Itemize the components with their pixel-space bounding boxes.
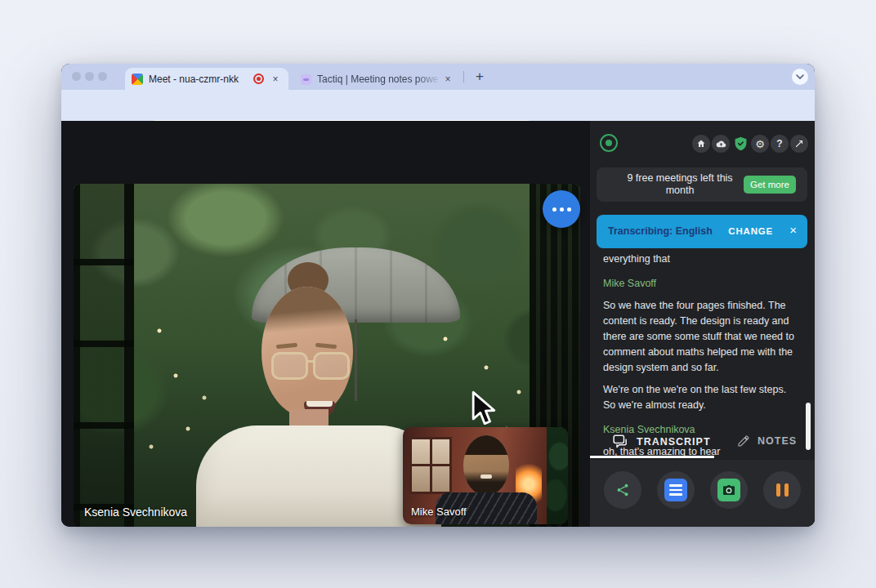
shield-check-icon — [734, 136, 748, 151]
sidebar-action-bar — [590, 460, 815, 527]
desktop: Meet - nua-czmr-nkk × Tactiq | Meeting n… — [0, 0, 876, 588]
close-tab-icon[interactable]: × — [269, 73, 282, 86]
pause-icon — [776, 483, 789, 497]
tab-meet[interactable]: Meet - nua-czmr-nkk × — [125, 68, 288, 90]
free-meetings-text: 9 free meetings left this month — [615, 172, 745, 197]
tab-strip: Meet - nua-czmr-nkk × Tactiq | Meeting n… — [61, 64, 815, 90]
transcribing-label: Transcribing: English — [608, 225, 713, 237]
glasses — [271, 352, 308, 380]
tab-divider — [463, 71, 464, 82]
browser-window: Meet - nua-czmr-nkk × Tactiq | Meeting n… — [61, 64, 815, 527]
gear-icon: ⚙ — [755, 139, 765, 149]
help-icon: ? — [776, 138, 782, 149]
tab-tactiq[interactable]: Tactiq | Meeting notes powe × — [296, 69, 459, 90]
transcript-line: everything that — [603, 252, 799, 267]
recording-indicator-icon — [253, 74, 264, 84]
traffic-light-minimize[interactable] — [85, 72, 94, 81]
get-more-button[interactable]: Get more — [744, 176, 796, 194]
pencil-icon — [737, 434, 750, 448]
tactiq-favicon-icon — [301, 74, 311, 85]
mouse-cursor — [470, 390, 498, 425]
help-button[interactable]: ? — [771, 135, 789, 153]
tab-search-chevron-button[interactable] — [792, 69, 808, 85]
traffic-light-close[interactable] — [72, 72, 81, 81]
new-tab-button[interactable]: + — [470, 67, 489, 87]
chat-bubbles-icon — [613, 434, 629, 448]
transcript-list[interactable]: everything that Mike Savoff So we have t… — [603, 252, 799, 460]
browser-toolbar: meet.google.com/nua-czmr-nkk ☆ — [61, 90, 815, 121]
tab-transcript-label: TRANSCRIPT — [637, 436, 711, 448]
share-button[interactable] — [604, 471, 641, 509]
tab-meet-title: Meet - nua-czmr-nkk — [149, 74, 248, 85]
cloud-upload-icon — [716, 139, 726, 149]
privacy-shield-button[interactable] — [731, 135, 749, 153]
tab-tactiq-title: Tactiq | Meeting notes powe — [317, 74, 441, 85]
traffic-light-zoom[interactable] — [98, 72, 107, 81]
transcript-line: We're on the we're on the last few steps… — [603, 382, 799, 413]
screenshot-button[interactable] — [710, 471, 748, 509]
popout-diagonal-icon — [794, 139, 804, 149]
transcribing-banner: Transcribing: English CHANGE × — [597, 215, 807, 248]
close-tab-icon[interactable]: × — [441, 73, 454, 86]
chevron-down-icon — [796, 74, 804, 79]
change-language-button[interactable]: CHANGE — [728, 226, 773, 236]
transcript-scrollbar[interactable] — [806, 403, 811, 450]
pause-transcription-button[interactable] — [763, 471, 801, 509]
export-to-docs-button[interactable] — [657, 471, 695, 509]
meet-content: Ksenia Svechnikova Mike Savoff — [61, 121, 815, 527]
transcript-line: So we have the four pages finished. The … — [603, 298, 799, 376]
cloud-sync-button[interactable] — [712, 135, 730, 153]
google-docs-icon — [664, 479, 687, 501]
meet-favicon-icon — [132, 74, 143, 85]
active-tab-underline — [590, 456, 714, 458]
transcript-speaker: Mike Savoff — [603, 276, 799, 292]
tactiq-sidebar: ⚙ ? 9 free meetings left this month Get … — [590, 121, 815, 527]
umbrella-pole — [355, 319, 357, 401]
settings-button[interactable]: ⚙ — [751, 135, 769, 153]
pip-participant-name-label: Mike Savoff — [411, 506, 467, 518]
window-frame — [74, 184, 134, 527]
share-nodes-icon — [615, 483, 630, 497]
close-banner-icon[interactable]: × — [789, 223, 797, 237]
floating-chat-bubble[interactable] — [543, 190, 580, 228]
pip-plant — [547, 427, 568, 524]
home-button[interactable] — [692, 135, 710, 153]
tactiq-logo-icon — [600, 134, 618, 152]
free-meetings-card: 9 free meetings left this month Get more — [597, 167, 807, 202]
tab-notes[interactable]: NOTES — [737, 434, 797, 448]
main-participant-name-label: Ksenia Svechnikova — [84, 506, 187, 519]
pip-window-background — [409, 437, 452, 494]
tab-notes-label: NOTES — [758, 435, 797, 447]
camera-capture-icon — [717, 479, 740, 501]
pip-video-tile[interactable]: Mike Savoff — [403, 427, 568, 524]
home-icon — [696, 139, 706, 149]
pip-participant-face — [463, 435, 509, 496]
tab-transcript[interactable]: TRANSCRIPT — [613, 434, 711, 448]
popout-button[interactable] — [790, 135, 808, 153]
